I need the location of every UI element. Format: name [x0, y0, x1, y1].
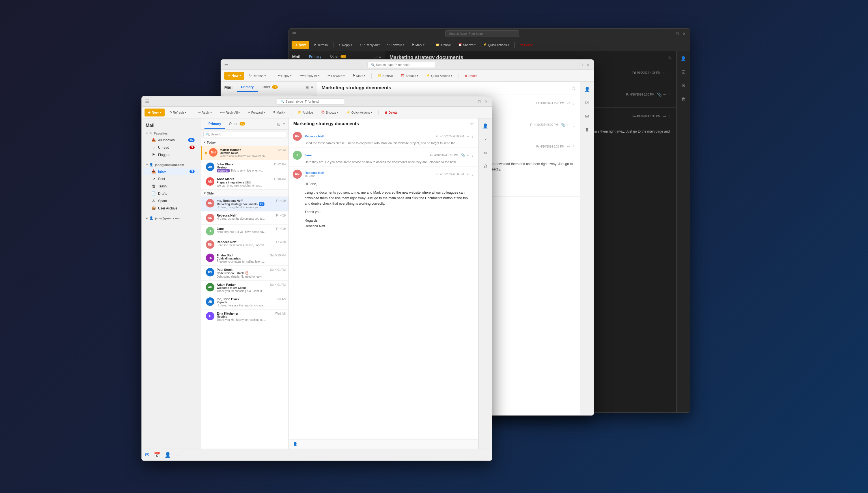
delete-button-front[interactable]: 🗑 Delete: [382, 109, 401, 115]
archive-button-mid[interactable]: 📁 Archive: [375, 72, 396, 79]
email-item-front-paul[interactable]: PS Paul Stock Sat 4:01 PM Code Review · …: [201, 266, 289, 281]
reply-icon-front-2[interactable]: ↩: [467, 153, 469, 157]
delete-button-mid[interactable]: 🗑 Delete: [461, 73, 481, 79]
right-icon-mail-back[interactable]: ✉: [679, 82, 687, 90]
close-btn-mid[interactable]: ✕: [586, 63, 590, 67]
right-icon-mail-mid[interactable]: ✉: [583, 112, 591, 120]
nav-more-front[interactable]: ⋯: [175, 452, 181, 458]
reply-icon-back-1[interactable]: ↩: [663, 71, 666, 75]
new-button-mid[interactable]: + New ▾: [224, 72, 245, 80]
filter-icon-front[interactable]: ⊞: [277, 122, 280, 126]
search-emails-front[interactable]: [203, 131, 286, 137]
new-button-back[interactable]: + New: [292, 41, 309, 49]
filter-icon-mid[interactable]: ⊞: [305, 85, 309, 90]
close-btn-back[interactable]: ✕: [682, 31, 686, 36]
sort-icon-back[interactable]: ≡: [379, 55, 381, 59]
forward-button-mid[interactable]: ↪ Forward ▾: [324, 72, 347, 79]
reply-button-back[interactable]: ↩ Reply ▾: [336, 42, 356, 48]
forward-button-front[interactable]: ↪ Forward ▾: [245, 109, 268, 115]
reply-all-button-front[interactable]: ↩↩ Reply All ▾: [217, 109, 243, 115]
sidebar-item-flagged[interactable]: ⚑ Flagged: [143, 151, 199, 158]
sidebar-item-inbox[interactable]: 📥 Inbox 3: [143, 168, 199, 175]
more-icon-mid-2[interactable]: ⋮: [572, 123, 575, 127]
nav-calendar-front[interactable]: 📅: [154, 452, 160, 458]
maximize-btn-front[interactable]: □: [477, 99, 482, 104]
hamburger-icon-back[interactable]: ☰: [292, 31, 296, 37]
snooze-button-mid[interactable]: ⏰ Snooze ▾: [398, 72, 421, 79]
tab-primary-mid[interactable]: Primary: [237, 83, 258, 92]
more-icon-front-2[interactable]: ⋮: [471, 153, 474, 157]
email-item-front-martin[interactable]: MH Martin Holmes 1:22 PM Outside News Wh…: [201, 146, 289, 160]
more-icon-front-1[interactable]: ⋮: [471, 134, 474, 138]
email-item-front-trisha[interactable]: TS Trisha Stall Sat 5:20 PM Coldcall mat…: [201, 251, 289, 266]
filter-icon-back[interactable]: ⊞: [373, 55, 377, 59]
nav-contacts-front[interactable]: 👤: [165, 452, 171, 458]
reply-icon-back-2[interactable]: ↩: [663, 92, 666, 97]
email-item-front-me-rebecca[interactable]: RN me, Rebecca Neff Fri 4/10 Marketing s…: [201, 197, 289, 211]
more-icon-back-1[interactable]: ⋮: [668, 71, 672, 75]
right-icon-trash-front[interactable]: 🗑: [481, 163, 489, 170]
star-icon-back[interactable]: ☆: [668, 55, 672, 60]
archive-button-front[interactable]: 📁 Archive: [295, 109, 316, 115]
today-section-header[interactable]: ▾Today: [201, 139, 289, 146]
minimize-btn-mid[interactable]: —: [572, 63, 577, 67]
mark-button-back[interactable]: ⚑ Mark ▾: [409, 42, 428, 48]
nav-mail-front[interactable]: ✉: [145, 452, 149, 458]
minimize-btn-back[interactable]: —: [668, 31, 673, 36]
more-icon-back-3[interactable]: ⋮: [668, 114, 672, 119]
conversation-item-1[interactable]: RN Rebecca Neff Fri 4/10/2024 4:38 PM ↩ …: [289, 129, 478, 148]
sidebar-item-user-archive[interactable]: 📦 User Archive: [143, 205, 199, 212]
right-icon-task-mid[interactable]: ☑: [583, 99, 591, 107]
maximize-btn-mid[interactable]: □: [579, 63, 584, 67]
quick-actions-button-front[interactable]: ⚡ Quick Actions ▾: [343, 109, 376, 115]
email-item-front-me-john[interactable]: JB me, John Black Thur 4/9 Reports Hi Ja…: [201, 295, 289, 309]
sidebar-item-trash[interactable]: 🗑 Trash: [143, 183, 199, 190]
new-button-front[interactable]: + New ▾: [145, 109, 165, 116]
reply-icon-front-1[interactable]: ↩: [467, 134, 469, 138]
older-section-header[interactable]: ▾Older: [201, 190, 289, 197]
reply-action-icon-front[interactable]: 👤: [293, 442, 298, 446]
sidebar-item-unread[interactable]: ○ Unread 3: [143, 144, 199, 151]
more-icon-mid-1[interactable]: ⋮: [572, 101, 575, 105]
reply-icon-front-3[interactable]: ↩: [467, 172, 469, 176]
search-input-front[interactable]: [277, 99, 345, 105]
reply-icon-mid-2[interactable]: ↩: [567, 123, 570, 127]
sidebar-item-all-inboxes[interactable]: 📥 All Inboxes 45: [143, 136, 199, 144]
reply-icon-mid-3[interactable]: ↩: [567, 145, 570, 149]
right-icon-person-back[interactable]: 👤: [679, 55, 687, 63]
hamburger-icon-front[interactable]: ☰: [145, 99, 149, 104]
conversation-item-3[interactable]: RN Rebecca Neff To: Jane Fri 4/10/2024 6…: [289, 167, 478, 232]
more-icon-back-2[interactable]: ⋮: [668, 92, 672, 97]
right-icon-trash-mid[interactable]: 🗑: [583, 126, 591, 134]
refresh-button-mid[interactable]: ↻ Refresh ▾: [246, 72, 269, 79]
search-input-mid[interactable]: [367, 62, 435, 68]
email-item-front-jane[interactable]: J Jane Fri 4/10 Here they are. Do you ha…: [201, 225, 289, 238]
reply-button-front[interactable]: ↩ Reply ▾: [195, 109, 215, 115]
hamburger-icon-mid[interactable]: ☰: [224, 62, 228, 67]
right-icon-person-front[interactable]: 👤: [481, 122, 489, 130]
email-item-front-anna[interactable]: AM Anna Marks 11:40 AM Prepare integrati…: [201, 175, 289, 190]
conversation-item-2[interactable]: J Jane Fri 4/10/2024 5:00 PM 📎 ↩ ⋮ Here …: [289, 148, 478, 167]
right-icon-task-front[interactable]: ☑: [481, 135, 489, 143]
more-icon-mid-3[interactable]: ⋮: [572, 145, 575, 149]
more-icon-front-3[interactable]: ⋮: [471, 172, 474, 176]
refresh-button-back[interactable]: ↻ Refresh: [310, 42, 331, 48]
delete-button-back[interactable]: 🗑 Delete: [517, 42, 536, 48]
email-item-front-adam[interactable]: AP Adam Parker Sat 4:01 PM Welcome to eM…: [201, 281, 289, 295]
tab-other-mid[interactable]: Other +1: [258, 83, 282, 92]
star-icon-front[interactable]: ☆: [470, 121, 474, 126]
mark-button-mid[interactable]: ⚑ Mark ▾: [350, 72, 368, 79]
maximize-btn-back[interactable]: □: [675, 31, 680, 36]
email-item-front-ema[interactable]: E Ema Kitchener Wed 4/8 Meeting Thank yo…: [201, 309, 289, 324]
sort-icon-front[interactable]: ≡: [283, 122, 285, 126]
reply-icon-mid-1[interactable]: ↩: [567, 101, 570, 105]
tab-primary-front[interactable]: Primary: [205, 120, 225, 129]
email-item-front-rebecca-1[interactable]: RN Rebecca Neff Fri 4/10 Hi Jane, using …: [201, 211, 289, 225]
sort-icon-mid[interactable]: ≡: [311, 85, 313, 90]
quick-actions-button-mid[interactable]: ⚡ Quick Actions ▾: [423, 72, 456, 79]
snooze-button-back[interactable]: ⏰ Snooze ▾: [455, 42, 479, 48]
favorites-header[interactable]: ▾ ☆ Favorites: [142, 129, 201, 136]
account2-header[interactable]: ▸ 👤 jane@gmail.com: [142, 214, 201, 221]
right-icon-task-back[interactable]: ☑: [679, 68, 687, 76]
mark-button-front[interactable]: ⚑ Mark ▾: [270, 109, 289, 115]
